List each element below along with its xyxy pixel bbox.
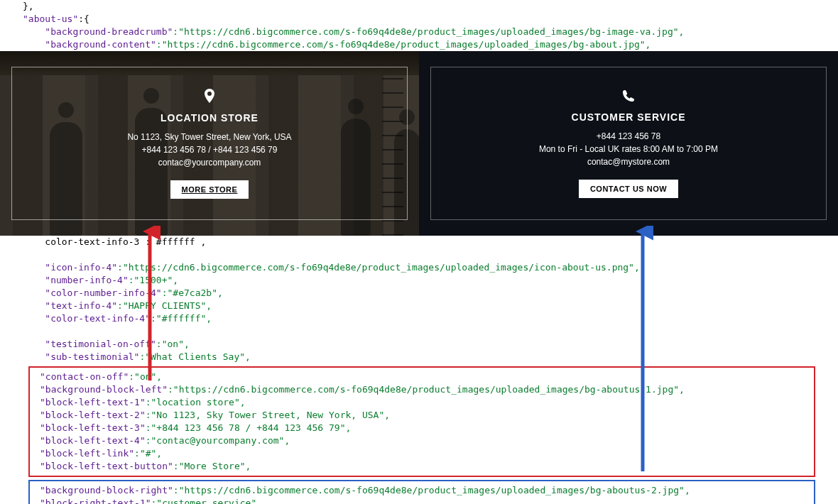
key-about-us: "about-us" [23, 13, 78, 24]
banner-left-title: LOCATION STORE [42, 112, 377, 124]
key-block-left-text3: "block-left-text-3" [40, 422, 146, 433]
key-color-text-info-4: "color-text-info-4" [45, 313, 151, 324]
key-block-left-text4: "block-left-text-4" [40, 435, 146, 446]
key-contact-onoff: "contact-on-off" [40, 371, 129, 382]
key-icon-info-4: "icon-info-4" [45, 262, 117, 273]
blue-highlight-box: "background-block-right":"https://cdn6.b… [28, 480, 815, 504]
key-number-info-4: "number-info-4" [45, 275, 128, 285]
key-block-right-text1: "block-right-text-1" [40, 498, 151, 504]
banner-left-line2: +844 123 456 78 / +844 123 456 79 [42, 143, 377, 156]
key-bg-breadcrumb: "background-breadcrumb" [45, 26, 173, 37]
key-sub-testimonial: "sub-testimonial" [45, 351, 139, 362]
key-block-left-text2: "block-left-text-2" [40, 410, 146, 420]
key-testimonial-onoff: "testimonial-on-off" [45, 339, 156, 349]
banner-left: LOCATION STORE No 1123, Sky Tower Street… [0, 51, 419, 236]
banner-left-content: LOCATION STORE No 1123, Sky Tower Street… [42, 89, 377, 199]
contact-us-button[interactable]: CONTACT US NOW [579, 180, 678, 198]
code-mid: color-text-info-3 : #ffffff , "icon-info… [0, 236, 838, 363]
code-top: }, "about-us":{ "background-breadcrumb":… [0, 0, 838, 51]
red-highlight-box: "contact-on-off":"on", "background-block… [28, 366, 815, 477]
code-blue: "background-block-right":"https://cdn6.b… [40, 484, 810, 504]
banner-right-line3: contac@mystore.com [461, 155, 796, 168]
clipped-text: color-text-info-3 : #ffffff , [45, 236, 206, 247]
key-bg-block-left: "background-block-left" [40, 384, 168, 395]
banner-right-line1: +844 123 456 78 [461, 130, 796, 143]
documentation-page: }, "about-us":{ "background-breadcrumb":… [0, 0, 838, 504]
banner-right-title: CUSTOMER SERVICE [461, 111, 796, 123]
banner-left-line1: No 1123, Sky Tower Street, New York, USA [42, 131, 377, 143]
key-color-number-info-4: "color-number-info-4" [45, 287, 161, 298]
banner-right: CUSTOMER SERVICE +844 123 456 78 Mon to … [419, 51, 838, 236]
banner-right-line2: Mon to Fri - Local UK rates 8:00 AM to 7… [461, 143, 796, 155]
phone-icon [461, 89, 796, 106]
location-pin-icon [42, 89, 377, 106]
key-bg-content: "background-content" [45, 39, 156, 50]
banner-left-line3: contac@yourcompany.com [42, 156, 377, 169]
banner-right-content: CUSTOMER SERVICE +844 123 456 78 Mon to … [461, 89, 796, 198]
preview-banner: LOCATION STORE No 1123, Sky Tower Street… [0, 51, 838, 236]
key-text-info-4: "text-info-4" [45, 300, 117, 311]
code-red: "contact-on-off":"on", "background-block… [40, 371, 810, 473]
more-store-button[interactable]: MORE STORE [170, 180, 249, 199]
key-block-left-text1: "block-left-text-1" [40, 397, 146, 407]
key-bg-block-right: "background-block-right" [40, 485, 173, 495]
key-block-left-button: "block-left-text-button" [40, 461, 173, 471]
key-block-left-link: "block-left-link" [40, 448, 134, 459]
